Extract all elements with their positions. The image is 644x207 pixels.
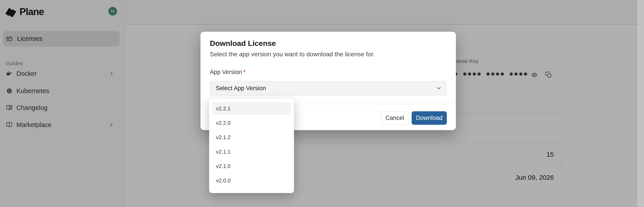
- dropdown-option-v2-1-2[interactable]: v2.1.2: [212, 131, 291, 144]
- dropdown-option-v2-1-0[interactable]: v2.1.0: [212, 160, 291, 173]
- app-version-select[interactable]: Select App Version: [210, 81, 447, 96]
- scrollbar[interactable]: [637, 0, 644, 207]
- dropdown-option-v2-1-1[interactable]: v2.1.1: [212, 146, 291, 158]
- required-asterisk: *: [243, 69, 246, 75]
- select-placeholder: Select App Version: [216, 85, 266, 92]
- dropdown-option-v2-2-0[interactable]: v2.2.0: [212, 116, 291, 130]
- app-version-label: App Version*: [210, 69, 246, 76]
- modal-subtitle: Select the app version you want to downl…: [210, 51, 374, 58]
- cancel-button[interactable]: Cancel: [381, 111, 408, 125]
- modal-title: Download License: [210, 39, 276, 48]
- plane-admin-screen: Licenses License Key ✱✱✱✱ ✱✱✱✱ ✱✱✱✱ ✱✱✱✱…: [0, 0, 644, 207]
- dropdown-option-v2-0-0[interactable]: v2.0.0: [212, 174, 291, 187]
- dropdown-option-v2-2-1[interactable]: v2.2.1: [212, 102, 291, 115]
- app-version-dropdown: v2.2.1 v2.2.0 v2.1.2 v2.1.1 v2.1.0 v2.0.…: [209, 98, 294, 193]
- download-button[interactable]: Download: [412, 111, 447, 125]
- chevron-down-icon: [436, 85, 442, 91]
